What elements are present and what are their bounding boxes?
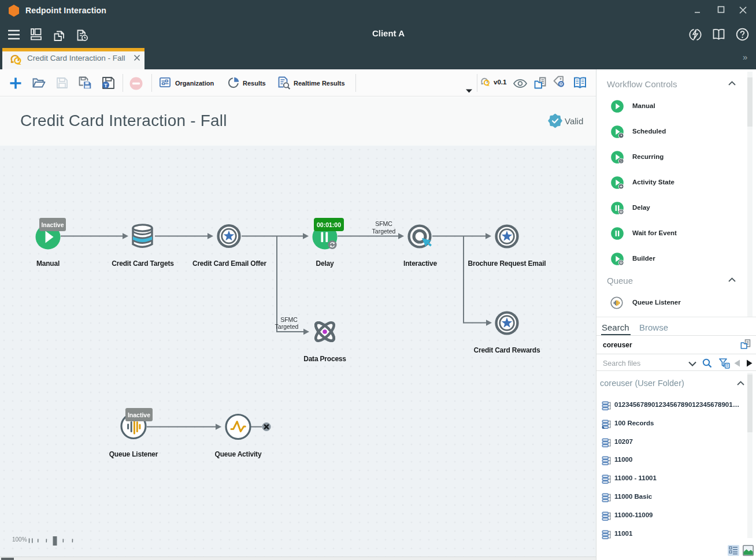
svg-text:Queue Activity: Queue Activity <box>215 450 262 458</box>
svg-text:Interactive: Interactive <box>403 259 437 268</box>
svg-text:Manual: Manual <box>36 259 60 268</box>
svg-text:Data Process: Data Process <box>303 355 346 363</box>
svg-text:SFMC: SFMC <box>280 316 298 323</box>
svg-text:Credit Card Rewards: Credit Card Rewards <box>474 346 540 354</box>
svg-text:SFMC: SFMC <box>375 220 392 227</box>
svg-text:00:01:00: 00:01:00 <box>317 221 341 228</box>
svg-text:Targeted: Targeted <box>275 323 299 330</box>
svg-text:T: T <box>104 82 108 88</box>
svg-text:Queue Listener: Queue Listener <box>109 450 158 458</box>
svg-text:Brochure Request Email: Brochure Request Email <box>468 259 546 268</box>
svg-text:Credit Card Email Offer: Credit Card Email Offer <box>192 259 267 268</box>
svg-text:Inactive: Inactive <box>41 221 64 228</box>
svg-text:Targeted: Targeted <box>372 228 396 235</box>
svg-text:Inactive: Inactive <box>128 411 150 418</box>
svg-text:Delay: Delay <box>316 259 334 268</box>
svg-text:Credit Card Targets: Credit Card Targets <box>112 259 174 268</box>
